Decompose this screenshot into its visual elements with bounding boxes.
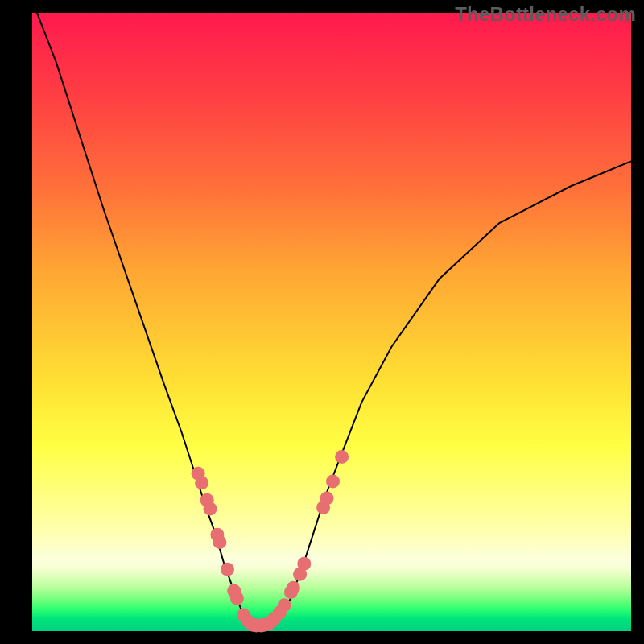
v-curve-path [32, 1, 631, 626]
data-point [320, 491, 334, 505]
plot-area [32, 13, 631, 631]
bottleneck-curve [32, 1, 631, 626]
data-point [335, 450, 349, 464]
data-point [213, 535, 226, 549]
chart-svg [32, 13, 631, 631]
data-point [230, 592, 244, 605]
data-point [195, 476, 208, 489]
data-point [278, 598, 291, 612]
data-markers [192, 450, 349, 633]
data-point [204, 502, 217, 515]
data-point [221, 563, 234, 576]
watermark-text: TheBottleneck.com [455, 3, 636, 26]
data-point [326, 475, 340, 489]
data-point [297, 557, 311, 571]
data-point [287, 581, 300, 595]
